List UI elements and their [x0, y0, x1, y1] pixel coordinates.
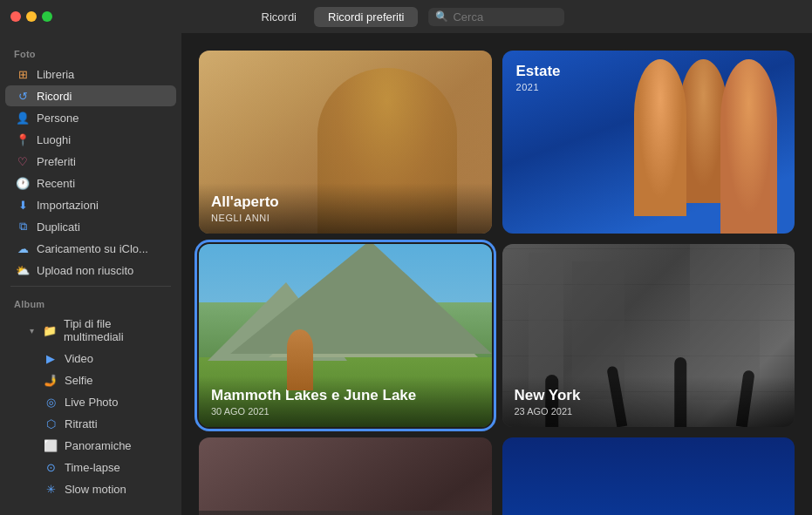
cloud-fail-icon: ⛅ — [16, 263, 30, 277]
sidebar-item-luoghi[interactable]: 📍 Luoghi — [5, 129, 176, 150]
sidebar-item-video[interactable]: ▶ Video — [5, 348, 176, 369]
sidebar-item-libreria[interactable]: ⊞ Libreria — [5, 64, 176, 85]
location-icon: 📍 — [16, 132, 30, 146]
minimize-button[interactable] — [26, 11, 37, 22]
close-button[interactable] — [10, 11, 21, 22]
card-1-subtitle: NEGLI ANNI — [211, 213, 480, 223]
sidebar-section-foto: Foto — [0, 42, 181, 63]
sidebar-item-label: Tipi di file multimediali — [64, 317, 166, 343]
sidebar: Foto ⊞ Libreria ↺ Ricordi 👤 Persone 📍 Lu… — [0, 33, 181, 515]
traffic-lights — [10, 11, 52, 22]
sidebar-item-persone[interactable]: 👤 Persone — [5, 107, 176, 128]
sidebar-item-duplicati[interactable]: ⧉ Duplicati — [5, 216, 176, 237]
photo-grid-area: All'aperto NEGLI ANNI Estate 2021 — [181, 33, 812, 515]
sidebar-item-preferiti[interactable]: ♡ Preferiti — [5, 151, 176, 172]
sidebar-item-recenti[interactable]: 🕐 Recenti — [5, 173, 176, 193]
sidebar-item-caricamento-icloud[interactable]: ☁ Caricamento su iClo... — [5, 238, 176, 259]
sidebar-item-ricordi[interactable]: ↺ Ricordi — [5, 85, 176, 106]
sidebar-item-panoramiche[interactable]: ⬜ Panoramiche — [5, 435, 176, 456]
photo-icon: ⊞ — [16, 67, 30, 81]
card-1-label: All'aperto NEGLI ANNI — [199, 183, 492, 234]
sidebar-item-label: Luoghi — [37, 133, 71, 146]
panorama-icon: ⬜ — [44, 438, 58, 452]
card-1-title: All'aperto — [211, 193, 480, 211]
sidebar-item-label: Preferiti — [37, 155, 76, 168]
livephoto-icon: ◎ — [44, 395, 58, 409]
title-bar: Ricordi Ricordi preferiti 🔍 — [0, 0, 812, 33]
photo-card-6[interactable] — [502, 437, 795, 515]
card-2-label: Estate 2021 — [516, 63, 561, 92]
sidebar-item-slow-motion[interactable]: ✳ Slow motion — [5, 478, 176, 499]
timelapse-icon: ⊙ — [44, 460, 58, 474]
sidebar-item-label: Libreria — [37, 68, 74, 81]
slowmotion-icon: ✳ — [44, 482, 58, 496]
card-2-subtitle: 2021 — [516, 82, 561, 92]
sidebar-section-album: Album — [0, 292, 181, 313]
person-icon: 👤 — [16, 111, 30, 125]
heart-icon: ♡ — [16, 154, 30, 168]
photo-grid: All'aperto NEGLI ANNI Estate 2021 — [199, 51, 795, 515]
cloud-upload-icon: ☁ — [16, 241, 30, 255]
photo-card-5[interactable]: All'aperto — [199, 437, 492, 515]
card-4-title: New York — [515, 387, 783, 404]
duplicate-icon: ⧉ — [16, 220, 30, 234]
title-bar-center: Ricordi Ricordi preferiti 🔍 — [248, 7, 565, 27]
sidebar-item-label: Panoramiche — [65, 439, 132, 452]
sidebar-item-label: Duplicati — [37, 220, 80, 234]
sidebar-item-upload-non-riuscito[interactable]: ⛅ Upload non riuscito — [5, 260, 176, 281]
sidebar-divider — [10, 286, 171, 287]
sidebar-item-label: Upload non riuscito — [37, 264, 133, 277]
clock-icon: 🕐 — [16, 176, 30, 190]
sidebar-item-label: Time-lapse — [65, 461, 120, 474]
card-4-label: New York 23 AGO 2021 — [502, 376, 795, 427]
import-icon: ⬇ — [16, 198, 30, 212]
card-3-label: Mammoth Lakes e June Lake 30 AGO 2021 — [199, 376, 492, 427]
sidebar-item-label: Ricordi — [37, 90, 72, 103]
sidebar-item-label: Caricamento su iClo... — [37, 242, 148, 255]
sidebar-item-selfie[interactable]: 🤳 Selfie — [5, 369, 176, 390]
chevron-down-icon: ▾ — [30, 326, 34, 335]
search-box: 🔍 — [428, 8, 564, 26]
search-input[interactable] — [453, 10, 557, 24]
sidebar-item-label: Selfie — [65, 374, 93, 387]
tab-ricordi-preferiti[interactable]: Ricordi preferiti — [314, 7, 418, 27]
sidebar-item-label: Live Photo — [65, 396, 118, 409]
sidebar-item-label: Ritratti — [65, 417, 98, 430]
sidebar-item-ritratti[interactable]: ⬡ Ritratti — [5, 413, 176, 434]
card-3-date: 30 AGO 2021 — [211, 406, 480, 417]
photo-card-2[interactable]: Estate 2021 — [502, 51, 795, 234]
sidebar-item-label: Persone — [37, 112, 78, 125]
card-3-title: Mammoth Lakes e June Lake — [211, 387, 480, 404]
sidebar-item-tipi-file[interactable]: ▾ 📁 Tipi di file multimediali — [5, 314, 176, 347]
photo-card-3[interactable]: Mammoth Lakes e June Lake 30 AGO 2021 — [199, 244, 492, 427]
spiral-icon: ↺ — [16, 89, 30, 103]
folder-icon: 📁 — [43, 323, 57, 337]
sidebar-item-importazioni[interactable]: ⬇ Importazioni — [5, 194, 176, 215]
photo-card-4[interactable]: New York 23 AGO 2021 — [502, 244, 795, 427]
sidebar-item-label: Video — [65, 352, 93, 365]
selfie-icon: 🤳 — [44, 373, 58, 387]
portrait-icon: ⬡ — [44, 417, 58, 430]
sidebar-item-label: Recenti — [37, 177, 75, 190]
maximize-button[interactable] — [42, 11, 52, 22]
card-2-title: Estate — [516, 63, 561, 80]
sidebar-item-time-lapse[interactable]: ⊙ Time-lapse — [5, 457, 176, 478]
sidebar-item-label: Importazioni — [37, 199, 99, 212]
sidebar-item-live-photo[interactable]: ◎ Live Photo — [5, 391, 176, 412]
tab-ricordi[interactable]: Ricordi — [248, 7, 310, 27]
card-4-date: 23 AGO 2021 — [515, 406, 783, 417]
main-content: Foto ⊞ Libreria ↺ Ricordi 👤 Persone 📍 Lu… — [0, 33, 812, 515]
search-icon: 🔍 — [435, 10, 448, 23]
photo-card-1[interactable]: All'aperto NEGLI ANNI — [199, 51, 492, 234]
sidebar-item-label: Slow motion — [65, 483, 126, 496]
video-icon: ▶ — [44, 351, 58, 365]
